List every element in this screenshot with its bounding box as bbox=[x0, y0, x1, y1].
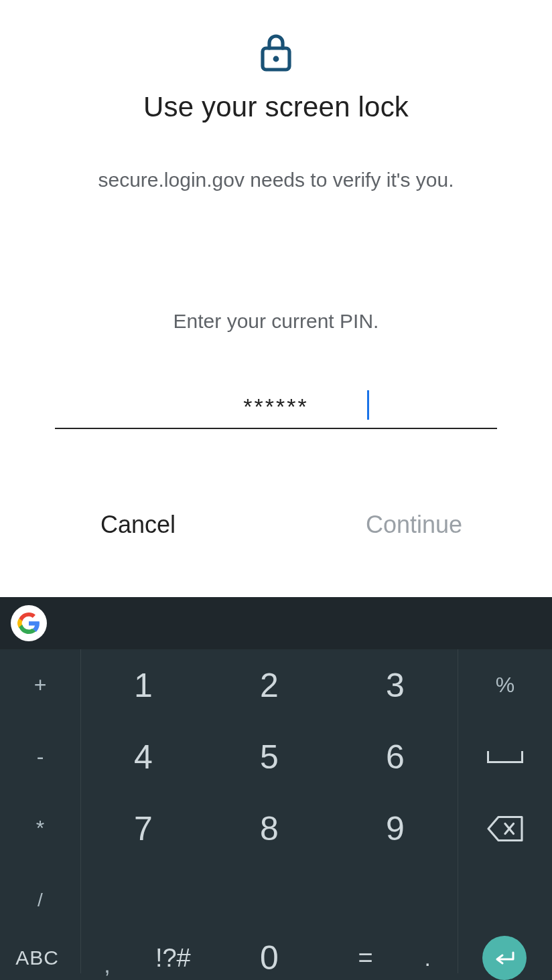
svg-point-1 bbox=[273, 56, 279, 62]
enter-icon bbox=[493, 950, 516, 966]
screen-lock-verify: Use your screen lock secure.login.gov ne… bbox=[0, 0, 552, 980]
key-percent[interactable]: % bbox=[458, 649, 552, 721]
key-7[interactable]: 7 bbox=[80, 793, 206, 864]
backspace-icon bbox=[486, 815, 524, 842]
content-area: Use your screen lock secure.login.gov ne… bbox=[0, 0, 552, 597]
key-enter[interactable] bbox=[482, 936, 527, 980]
key-3[interactable]: 3 bbox=[332, 649, 458, 721]
key-6[interactable]: 6 bbox=[332, 721, 458, 793]
space-icon bbox=[487, 751, 523, 763]
key-5[interactable]: 5 bbox=[206, 721, 332, 793]
pin-masked-value: ****** bbox=[243, 394, 308, 420]
page-subtitle: secure.login.gov needs to verify it's yo… bbox=[98, 166, 454, 195]
key-8[interactable]: 8 bbox=[206, 793, 332, 864]
cancel-button[interactable]: Cancel bbox=[0, 504, 276, 546]
lock-icon bbox=[260, 32, 292, 72]
key-period[interactable]: . bbox=[424, 945, 430, 971]
continue-button[interactable]: Continue bbox=[276, 504, 552, 546]
page-title: Use your screen lock bbox=[143, 91, 409, 123]
pin-input[interactable]: ****** bbox=[55, 386, 497, 429]
google-icon[interactable] bbox=[11, 605, 47, 641]
key-comma[interactable]: , bbox=[104, 952, 110, 978]
key-asterisk[interactable]: * bbox=[0, 793, 80, 864]
key-4[interactable]: 4 bbox=[80, 721, 206, 793]
numeric-keyboard: + 1 2 3 % - 4 5 6 * 7 8 9 bbox=[0, 597, 552, 980]
key-2[interactable]: 2 bbox=[206, 649, 332, 721]
key-slash[interactable]: / bbox=[0, 864, 80, 936]
key-0[interactable]: 0 bbox=[206, 936, 332, 980]
key-9[interactable]: 9 bbox=[332, 793, 458, 864]
pin-prompt: Enter your current PIN. bbox=[174, 310, 379, 333]
key-symbols[interactable]: !?# bbox=[155, 944, 191, 973]
key-space[interactable] bbox=[458, 721, 552, 793]
key-backspace[interactable] bbox=[458, 793, 552, 864]
key-minus[interactable]: - bbox=[0, 721, 80, 793]
keyboard-top-bar bbox=[0, 597, 552, 649]
key-equals[interactable]: = bbox=[358, 944, 372, 973]
action-row: Cancel Continue bbox=[0, 504, 552, 546]
key-plus[interactable]: + bbox=[0, 649, 80, 721]
keyboard-grid: + 1 2 3 % - 4 5 6 * 7 8 9 bbox=[0, 649, 552, 980]
key-abc[interactable]: ABC bbox=[15, 947, 59, 969]
key-1[interactable]: 1 bbox=[80, 649, 206, 721]
text-cursor bbox=[367, 390, 369, 420]
